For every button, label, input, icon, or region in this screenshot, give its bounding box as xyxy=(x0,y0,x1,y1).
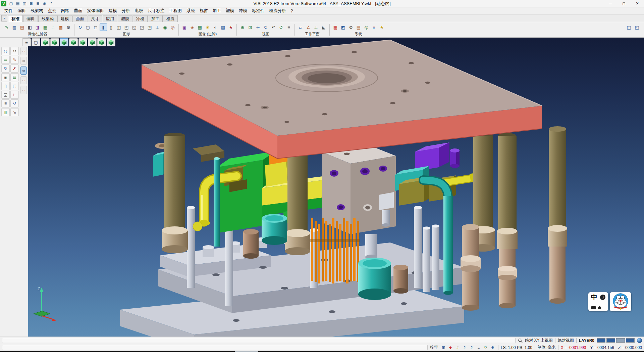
textures-icon[interactable]: ▦ xyxy=(196,24,204,31)
workplane-angle-icon[interactable]: ∠ xyxy=(305,24,312,31)
help-icon[interactable]: ? xyxy=(48,1,54,7)
command-line[interactable] xyxy=(2,345,428,350)
tab-surface[interactable]: 曲面 xyxy=(72,15,87,22)
previous-view-icon[interactable]: ↶ xyxy=(270,24,277,31)
zoom-window-icon[interactable]: ⊡ xyxy=(247,24,254,31)
tab-application[interactable]: 应用 xyxy=(103,15,117,22)
ime-keyboard-icon[interactable] xyxy=(591,306,596,309)
export-icon[interactable]: ↘ xyxy=(10,108,19,116)
list-icon[interactable]: ≡ xyxy=(476,345,482,350)
attribute-edit-icon[interactable]: ✎ xyxy=(3,24,10,31)
cylinder-tool-icon[interactable]: ▯ xyxy=(1,82,10,90)
measure-icon[interactable]: ∟ xyxy=(10,91,19,99)
favorites-icon[interactable]: ★ xyxy=(378,24,385,31)
ghost-display-icon[interactable]: ▯ xyxy=(107,24,115,31)
color-filter-icon[interactable]: ▧ xyxy=(11,24,18,31)
sketch-icon[interactable]: ✎ xyxy=(10,56,19,64)
minimize-button[interactable]: ─ xyxy=(604,0,617,7)
curvature-icon[interactable]: ◉ xyxy=(161,24,169,31)
trim-icon[interactable]: ✂ xyxy=(10,47,19,55)
ime-widget[interactable]: 中 ☽ xyxy=(588,292,631,311)
layer-swatch-4[interactable] xyxy=(626,338,635,343)
ime-moon-icon[interactable]: ☽ xyxy=(600,295,605,300)
search-icon[interactable] xyxy=(518,338,523,343)
tab-wireframe[interactable]: 线架构 xyxy=(38,15,57,22)
maximize-button[interactable]: ◻ xyxy=(617,0,631,7)
menu-help[interactable]: ? xyxy=(288,8,296,14)
shaded-display-icon[interactable]: ▮ xyxy=(100,24,107,31)
menu-point-cloud[interactable]: 点云 xyxy=(46,7,59,14)
ime-tools-icon[interactable] xyxy=(598,306,601,309)
current-view-label[interactable]: 绝对 XY 上视图 xyxy=(525,338,552,343)
view-top-icon[interactable] xyxy=(78,38,87,46)
tab-standard[interactable]: 标准 xyxy=(8,15,23,22)
layer-swatch-3[interactable] xyxy=(616,338,625,343)
face-filter-icon[interactable]: ◨ xyxy=(34,24,41,31)
dynamic-rotate-icon[interactable]: ↻ xyxy=(1,64,10,73)
lights-icon[interactable]: ☀ xyxy=(204,24,211,31)
view-iso-nw-icon[interactable] xyxy=(69,38,78,46)
options-icon[interactable]: ⚙ xyxy=(347,24,355,31)
menu-mesh[interactable]: 网格 xyxy=(59,7,72,14)
tab-dimension[interactable]: 尺寸 xyxy=(88,15,102,22)
menu-file[interactable]: 文件 xyxy=(2,7,15,14)
menu-machining[interactable]: 加工 xyxy=(210,7,223,14)
absolute-view-label[interactable]: 绝对视图 xyxy=(558,338,574,343)
viewport-3d[interactable]: Z 中 ☽ xyxy=(28,38,644,337)
world-icon[interactable]: ◎ xyxy=(363,24,370,31)
tab-moldflow[interactable]: 模流 xyxy=(163,15,178,22)
menu-system[interactable]: 系统 xyxy=(184,7,197,14)
scene-snapshot-icon[interactable]: ★ xyxy=(227,24,234,31)
render-mode-icon[interactable]: ▭ xyxy=(20,86,27,94)
menu-die[interactable]: 冲模 xyxy=(236,7,250,14)
cylinder-display-icon[interactable]: ◫ xyxy=(115,24,122,31)
view-iso-ne-icon[interactable] xyxy=(60,38,68,46)
workplane-standard-icon[interactable]: ▱ xyxy=(297,24,304,31)
menu-modeling[interactable]: 建模 xyxy=(106,7,119,14)
redraw-icon[interactable]: ↻ xyxy=(76,24,84,31)
menu-drafting[interactable]: 工程图 xyxy=(167,7,184,14)
menu-analysis[interactable]: 分析 xyxy=(119,7,132,14)
ghost-mode-icon[interactable]: ▭ xyxy=(20,76,27,84)
database-icon[interactable]: ▤ xyxy=(355,24,362,31)
dynamic-view-icon[interactable]: ↺ xyxy=(277,24,285,31)
workplane-normal-icon[interactable]: ⊥ xyxy=(312,24,320,31)
world-globe-icon[interactable] xyxy=(637,338,642,343)
grid-icon[interactable]: # xyxy=(370,24,378,31)
notes-icon[interactable]: ▤ xyxy=(10,73,19,81)
layers-icon[interactable]: ▥ xyxy=(1,108,10,116)
duplicate-icon[interactable]: ◱ xyxy=(1,91,10,99)
shaded-mode-icon[interactable]: ▣ xyxy=(1,73,10,81)
close-button[interactable]: ✕ xyxy=(631,0,644,7)
workplane-free-icon[interactable]: ◣ xyxy=(320,24,327,31)
active-layer-label[interactable]: LAYER0 xyxy=(579,338,594,343)
menu-mold[interactable]: 塑模 xyxy=(223,7,236,14)
view-front-icon[interactable] xyxy=(88,38,97,46)
hidden-line-mode-icon[interactable]: ▭ xyxy=(20,57,27,65)
wireframe-mode-icon[interactable]: ▭ xyxy=(20,47,27,55)
layer-filter-icon[interactable]: ▤ xyxy=(18,24,26,31)
tab-dropdown-button[interactable]: ▾ xyxy=(1,15,7,21)
tab-die[interactable]: 冲模 xyxy=(133,15,148,22)
tab-plastic[interactable]: 塑膜 xyxy=(118,15,132,22)
snap-icon[interactable]: ◆ xyxy=(447,345,453,350)
menu-edit[interactable]: 编辑 xyxy=(15,7,28,14)
section-display-icon[interactable]: ◰ xyxy=(123,24,130,31)
view-side-icon[interactable] xyxy=(97,38,106,46)
plot-icon[interactable]: ⊞ xyxy=(35,1,41,7)
menu-electrode[interactable]: 电极 xyxy=(132,7,146,14)
edge-display-icon[interactable]: ◲ xyxy=(138,24,146,31)
arrange-windows-icon[interactable]: ◱ xyxy=(633,24,641,31)
undo-icon[interactable]: ↺ xyxy=(10,99,19,107)
silhouette-icon[interactable]: ◳ xyxy=(146,24,153,31)
view-iso-se-icon[interactable] xyxy=(41,38,50,46)
layer-count-icon[interactable]: 2 xyxy=(469,345,475,350)
save-file-icon[interactable]: ◫ xyxy=(21,1,28,7)
background-icon[interactable]: ▩ xyxy=(219,24,227,31)
menu-surface[interactable]: 曲面 xyxy=(72,7,85,14)
shaded-mode-button-icon[interactable]: ▭ xyxy=(20,67,27,75)
menu-dimension[interactable]: 尺寸标注 xyxy=(146,7,167,14)
frame-icon[interactable]: ▭ xyxy=(1,56,10,64)
view-blank-icon[interactable]: ▢ xyxy=(32,38,40,46)
grid-snap-icon[interactable]: # xyxy=(454,345,461,350)
